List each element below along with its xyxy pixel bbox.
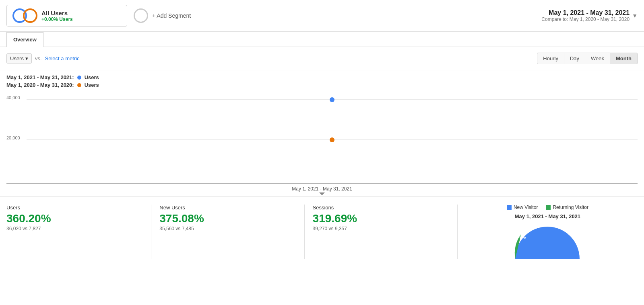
circle-orange-icon: [23, 8, 37, 23]
legend-row-2: May 1, 2020 - May 31, 2020: Users: [6, 82, 638, 88]
x-label-arrow-icon: [319, 192, 325, 195]
time-btn-hourly[interactable]: Hourly: [537, 53, 564, 64]
pie-chart: 6%: [511, 223, 584, 259]
add-segment-circle-icon: [134, 8, 148, 23]
stat-label-users: Users: [6, 205, 143, 211]
date-compare: Compare to: May 1, 2020 - May 31, 2020: [541, 16, 630, 22]
legend-dot-blue: [77, 76, 81, 80]
pie-legend-green-square: [546, 205, 551, 210]
y-label-40k: 40,000: [6, 95, 20, 100]
pie-title: May 1, 2021 - May 31, 2021: [515, 213, 580, 219]
stat-compare-users: 36,020 vs 7,827: [6, 226, 143, 231]
chart-legend: May 1, 2021 - May 31, 2021: Users May 1,…: [0, 70, 644, 91]
date-range-text: May 1, 2021 - May 31, 2021 Compare to: M…: [541, 9, 630, 22]
header-area: All Users +0.00% Users + Add Segment May…: [0, 0, 644, 32]
stat-pct-users: 360.20%: [6, 212, 143, 225]
stat-pct-sessions: 319.69%: [313, 212, 449, 225]
pie-legend-new-visitor: New Visitor: [507, 205, 538, 210]
metric-dropdown-arrow: ▾: [25, 55, 28, 61]
select-metric-link[interactable]: Select a metric: [45, 55, 80, 61]
vs-label: vs.: [35, 55, 42, 61]
tabs-area: Overview: [0, 32, 644, 47]
add-segment-button[interactable]: + Add Segment: [134, 8, 191, 23]
legend-row-1: May 1, 2021 - May 31, 2021: Users: [6, 74, 638, 80]
pie-legend-new-visitor-label: New Visitor: [514, 205, 538, 210]
time-btn-month[interactable]: Month: [610, 53, 638, 64]
data-dot-orange: [330, 137, 334, 142]
chart-x-label: May 1, 2021 - May 31, 2021: [292, 186, 352, 192]
segment-pct: +0.00% Users: [41, 16, 73, 22]
time-btn-day[interactable]: Day: [564, 53, 585, 64]
stat-sessions: Sessions 319.69% 39,270 vs 9,357: [305, 205, 458, 259]
chart-area: 40,000 20,000: [6, 91, 638, 184]
date-dropdown-arrow[interactable]: ▼: [632, 12, 638, 19]
data-dot-blue: [330, 97, 334, 102]
stat-pct-new-users: 375.08%: [159, 212, 296, 225]
stat-users: Users 360.20% 36,020 vs 7,827: [6, 205, 151, 259]
chart-grid: [27, 91, 638, 183]
chart-x-label-area: May 1, 2021 - May 31, 2021: [0, 184, 644, 196]
stats-area: Users 360.20% 36,020 vs 7,827 New Users …: [0, 196, 644, 259]
legend-metric-2: Users: [85, 82, 99, 88]
time-buttons-group: Hourly Day Week Month: [537, 53, 638, 64]
stat-compare-new-users: 35,560 vs 7,485: [159, 226, 296, 231]
segment-icon: [12, 8, 37, 23]
stat-label-sessions: Sessions: [313, 205, 449, 211]
metric-label: Users: [10, 55, 24, 61]
pie-pct-label: 6%: [519, 235, 526, 239]
pie-legend-blue-square: [507, 205, 512, 210]
legend-date-1: May 1, 2021 - May 31, 2021:: [6, 74, 74, 80]
metric-dropdown[interactable]: Users ▾: [6, 53, 32, 63]
pie-legend: New Visitor Returning Visitor: [507, 205, 588, 210]
time-btn-week[interactable]: Week: [585, 53, 610, 64]
stat-label-new-users: New Users: [159, 205, 296, 211]
date-range-area: May 1, 2021 - May 31, 2021 Compare to: M…: [541, 9, 638, 22]
pie-legend-returning-visitor: Returning Visitor: [546, 205, 588, 210]
tab-overview[interactable]: Overview: [6, 32, 43, 47]
segment-title: All Users: [41, 10, 73, 16]
date-range-main: May 1, 2021 - May 31, 2021: [541, 9, 630, 16]
segment-label: All Users +0.00% Users: [41, 10, 73, 22]
pie-chart-area: New Visitor Returning Visitor May 1, 202…: [458, 205, 638, 259]
legend-date-2: May 1, 2020 - May 31, 2020:: [6, 82, 74, 88]
pie-svg: [511, 223, 584, 259]
stat-new-users: New Users 375.08% 35,560 vs 7,485: [151, 205, 304, 259]
stat-compare-sessions: 39,270 vs 9,357: [313, 226, 449, 231]
all-users-segment[interactable]: All Users +0.00% Users: [6, 5, 127, 27]
legend-dot-orange: [77, 83, 81, 87]
y-label-20k: 20,000: [6, 135, 20, 140]
compare-label: Compare to:: [541, 16, 568, 22]
compare-date: May 1, 2020 - May 31, 2020: [570, 16, 630, 22]
pie-legend-returning-visitor-label: Returning Visitor: [553, 205, 588, 210]
chart-controls: Users ▾ vs. Select a metric Hourly Day W…: [0, 47, 644, 70]
legend-metric-1: Users: [85, 74, 99, 80]
add-segment-label: + Add Segment: [152, 12, 191, 19]
